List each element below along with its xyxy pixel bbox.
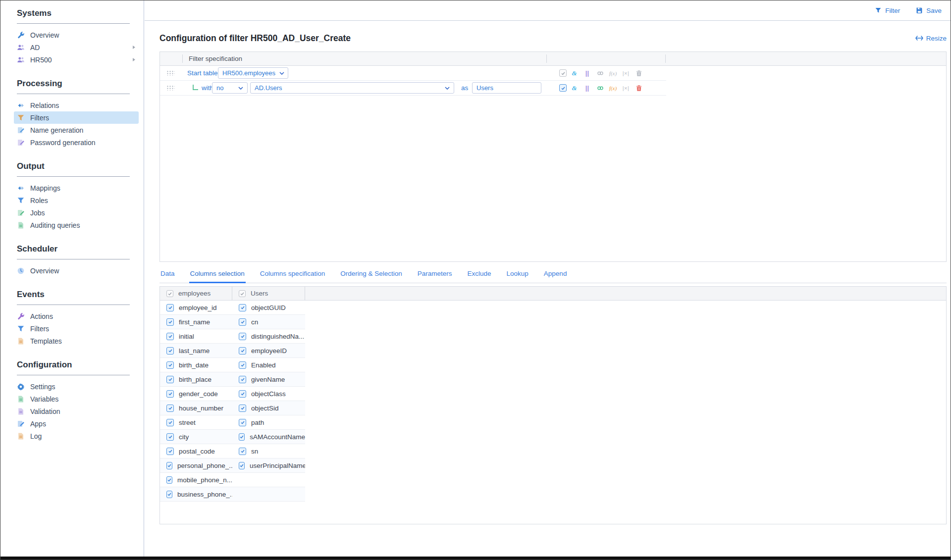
users-cell: objectClass	[232, 387, 305, 401]
alias-input[interactable]	[472, 82, 541, 94]
column-checkbox[interactable]	[239, 448, 246, 455]
doc-icon	[17, 432, 25, 440]
column-checkbox[interactable]	[239, 333, 246, 340]
column-checkbox[interactable]	[166, 419, 174, 426]
trash-icon[interactable]	[634, 83, 644, 93]
column-checkbox[interactable]	[239, 405, 246, 412]
sidebar-item-password-generation[interactable]: Password generation	[14, 136, 139, 149]
column-header-employees: employees	[160, 287, 232, 300]
and-icon[interactable]: &	[569, 68, 580, 78]
start-table-select[interactable]: HR500.employees	[218, 67, 288, 79]
column-checkbox[interactable]	[239, 433, 245, 441]
sidebar-item-jobs[interactable]: Jobs	[14, 206, 139, 219]
sidebar-item-roles[interactable]: Roles	[14, 194, 139, 206]
column-checkbox[interactable]	[166, 304, 174, 311]
tab-columns-selection[interactable]: Columns selection	[189, 269, 246, 283]
drag-handle-icon[interactable]	[166, 85, 175, 91]
column-name: sAMAccountName	[250, 433, 305, 441]
sidebar-item-variables[interactable]: Variables	[14, 393, 139, 405]
tab-exclude[interactable]: Exclude	[467, 269, 492, 283]
users-cell: objectGUID	[232, 301, 305, 314]
sidebar-section-systems: Systems Overview AD HR500	[17, 7, 131, 66]
users-cell: distinguishedNa...	[232, 329, 305, 343]
tab-columns-specification[interactable]: Columns specification	[259, 269, 326, 283]
select-all-employees-checkbox[interactable]	[166, 290, 173, 297]
sidebar-item-ad[interactable]: AD	[14, 41, 139, 53]
tab-ordering-selection[interactable]: Ordering & Selection	[339, 269, 403, 283]
column-checkbox[interactable]	[239, 376, 246, 383]
sidebar-item-actions[interactable]: Actions	[14, 310, 139, 322]
exclude-icon[interactable]: |×|	[621, 68, 631, 78]
save-button[interactable]: Save	[916, 7, 942, 14]
sidebar-item-name-generation[interactable]: Name generation	[14, 124, 139, 136]
link-icon[interactable]	[595, 83, 605, 93]
sidebar-item-overview[interactable]: Overview	[14, 29, 139, 41]
exclude-icon[interactable]: |×|	[621, 83, 631, 93]
users-cell	[232, 473, 305, 487]
sidebar-item-overview[interactable]: Overview	[14, 264, 139, 277]
parallel-icon[interactable]: ||	[582, 83, 592, 93]
row-checkbox[interactable]	[559, 84, 567, 92]
column-checkbox[interactable]	[166, 376, 174, 383]
sidebar-item-relations[interactable]: Relations	[14, 99, 139, 111]
column-checkbox[interactable]	[239, 390, 246, 398]
link-icon[interactable]	[595, 68, 605, 78]
column-checkbox[interactable]	[166, 462, 172, 469]
sidebar-item-filters[interactable]: Filters	[14, 322, 139, 335]
sidebar-item-apps[interactable]: Apps	[14, 417, 139, 430]
row-actions: &||f(x)|×|	[559, 66, 644, 80]
resize-arrows-icon	[915, 36, 923, 41]
sidebar-item-hr500[interactable]: HR500	[14, 53, 139, 66]
sidebar-section-output: Output Mappings Roles Jobs Auditing quer…	[17, 160, 131, 231]
column-checkbox[interactable]	[166, 491, 172, 498]
join-operator-select[interactable]: no	[212, 82, 248, 94]
column-checkbox[interactable]	[166, 361, 174, 369]
sidebar-heading: Events	[17, 289, 131, 301]
fx-icon[interactable]: f(x)	[608, 83, 618, 93]
row-checkbox[interactable]	[559, 69, 567, 77]
parallel-icon[interactable]: ||	[582, 68, 592, 78]
column-name: Enabled	[251, 361, 276, 369]
select-all-users-checkbox[interactable]	[239, 290, 246, 297]
resize-button[interactable]: Resize	[915, 35, 947, 42]
sidebar-item-auditing-queries[interactable]: Auditing queries	[14, 219, 139, 231]
sidebar-divider	[17, 23, 130, 24]
sidebar-item-filters[interactable]: Filters	[14, 111, 139, 124]
sidebar-item-mappings[interactable]: Mappings	[14, 182, 139, 194]
column-checkbox[interactable]	[239, 361, 246, 369]
column-checkbox[interactable]	[239, 347, 246, 355]
columns-selection-panel: employees Users employee_idobjectGUIDfir…	[159, 286, 947, 524]
sidebar-item-log[interactable]: Log	[14, 430, 139, 442]
column-checkbox[interactable]	[166, 476, 172, 484]
sidebar-divider	[17, 176, 130, 177]
column-checkbox[interactable]	[166, 390, 174, 398]
column-checkbox[interactable]	[239, 304, 246, 311]
trash-icon[interactable]	[634, 68, 644, 78]
column-checkbox[interactable]	[166, 433, 174, 441]
sidebar-item-templates[interactable]: Templates	[14, 335, 139, 347]
column-checkbox[interactable]	[239, 419, 246, 426]
column-checkbox[interactable]	[166, 405, 174, 412]
tab-append[interactable]: Append	[543, 269, 568, 283]
sidebar-heading: Processing	[17, 78, 131, 90]
column-checkbox[interactable]	[166, 318, 174, 326]
column-checkbox[interactable]	[166, 448, 174, 455]
drag-handle-icon[interactable]	[166, 70, 175, 76]
tab-data[interactable]: Data	[159, 269, 176, 283]
join-table-select[interactable]: AD.Users	[250, 82, 454, 94]
column-checkbox[interactable]	[239, 462, 245, 469]
tab-lookup[interactable]: Lookup	[506, 269, 529, 283]
column-checkbox[interactable]	[166, 347, 174, 355]
wrench-icon	[17, 312, 25, 320]
column-checkbox[interactable]	[239, 318, 246, 326]
table-row: birth_placegivenName	[160, 372, 305, 387]
column-checkbox[interactable]	[166, 333, 174, 340]
employees-cell: personal_phone_...	[160, 458, 232, 472]
sidebar-item-settings[interactable]: Settings	[14, 380, 139, 393]
sidebar-item-validation[interactable]: Validation	[14, 405, 139, 417]
resize-button-label: Resize	[926, 35, 947, 42]
filter-button[interactable]: Filter	[875, 7, 900, 14]
fx-icon[interactable]: f(x)	[608, 68, 618, 78]
and-icon[interactable]: &	[569, 83, 580, 93]
tab-parameters[interactable]: Parameters	[417, 269, 453, 283]
